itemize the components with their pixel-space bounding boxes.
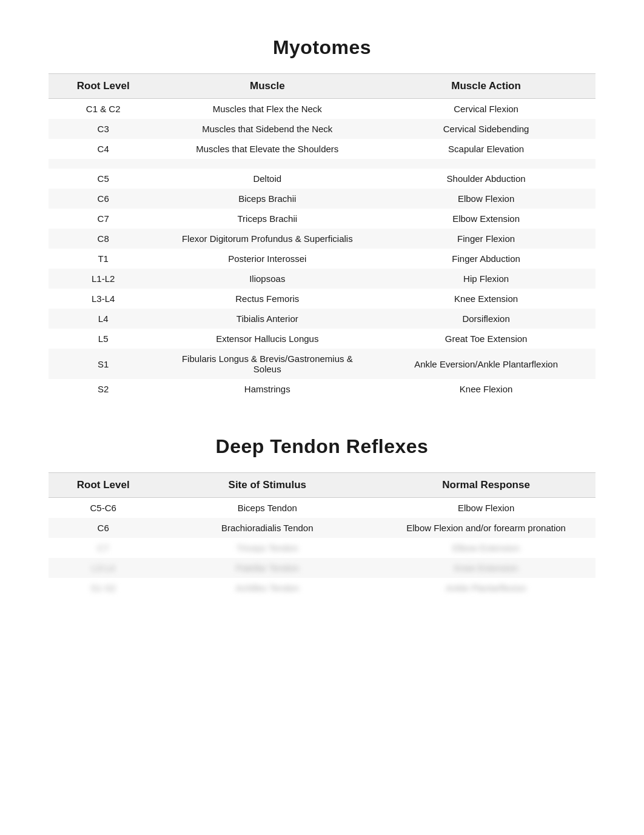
myotomes-row: C1 & C2Muscles that Flex the NeckCervica… <box>49 99 595 119</box>
myotomes-row <box>49 159 595 169</box>
myotomes-row: L3-L4Rectus FemorisKnee Extension <box>49 289 595 309</box>
myotomes-cell-action: Elbow Extension <box>377 209 595 229</box>
myotomes-cell-muscle: Tibialis Anterior <box>158 309 377 329</box>
dtr-col-response: Normal Response <box>377 473 595 498</box>
myotomes-cell-muscle: Muscles that Flex the Neck <box>158 99 377 119</box>
myotomes-cell-root: L4 <box>49 309 158 329</box>
myotomes-row: L1-L2IliopsoasHip Flexion <box>49 269 595 289</box>
myotomes-cell-muscle: Triceps Brachii <box>158 209 377 229</box>
myotomes-cell-muscle: Extensor Hallucis Longus <box>158 329 377 349</box>
myotomes-cell-root: C1 & C2 <box>49 99 158 119</box>
myotomes-cell-action: Great Toe Extension <box>377 329 595 349</box>
dtr-cell-stimulus: Patellar Tendon <box>158 558 377 578</box>
myotomes-cell-action: Finger Flexion <box>377 229 595 249</box>
myotomes-cell-muscle: Muscles that Elevate the Shoulders <box>158 139 377 159</box>
dtr-cell-response: Elbow Extension <box>377 538 595 558</box>
myotomes-cell-muscle: Biceps Brachii <box>158 189 377 209</box>
dtr-cell-response: Elbow Flexion and/or forearm pronation <box>377 518 595 538</box>
myotomes-cell-root: T1 <box>49 249 158 269</box>
dtr-cell-stimulus: Triceps Tendon <box>158 538 377 558</box>
myotomes-cell-action: Cervical Flexion <box>377 99 595 119</box>
myotomes-cell-muscle: Deltoid <box>158 169 377 189</box>
myotomes-row: C8Flexor Digitorum Profundus & Superfici… <box>49 229 595 249</box>
myotomes-row: C3Muscles that Sidebend the NeckCervical… <box>49 119 595 139</box>
myotomes-cell-action: Scapular Elevation <box>377 139 595 159</box>
myotomes-cell-root: C4 <box>49 139 158 159</box>
myotomes-cell-muscle: Posterior Interossei <box>158 249 377 269</box>
dtr-cell-response: Knee Extension <box>377 558 595 578</box>
myotomes-cell-action: Elbow Flexion <box>377 189 595 209</box>
myotomes-cell-muscle: Flexor Digitorum Profundus & Superficial… <box>158 229 377 249</box>
dtr-cell-response: Elbow Flexion <box>377 498 595 518</box>
myotomes-row: L5Extensor Hallucis LongusGreat Toe Exte… <box>49 329 595 349</box>
dtr-cell-stimulus: Brachioradialis Tendon <box>158 518 377 538</box>
myotomes-row: C7Triceps BrachiiElbow Extension <box>49 209 595 229</box>
dtr-cell-root: S1-S2 <box>49 578 158 598</box>
myotomes-col-muscle: Muscle <box>158 74 377 99</box>
myotomes-cell-root: C8 <box>49 229 158 249</box>
myotomes-cell-root: C3 <box>49 119 158 139</box>
dtr-col-root: Root Level <box>49 473 158 498</box>
myotomes-cell-muscle <box>158 159 377 169</box>
dtr-cell-response: Ankle Plantarflexion <box>377 578 595 598</box>
myotomes-cell-muscle: Iliopsoas <box>158 269 377 289</box>
myotomes-cell-muscle: Hamstrings <box>158 379 377 399</box>
myotomes-col-action: Muscle Action <box>377 74 595 99</box>
dtr-cell-root: C5-C6 <box>49 498 158 518</box>
myotomes-cell-action: Knee Flexion <box>377 379 595 399</box>
myotomes-row: C4Muscles that Elevate the ShouldersScap… <box>49 139 595 159</box>
myotomes-cell-muscle: Rectus Femoris <box>158 289 377 309</box>
dtr-cell-stimulus: Biceps Tendon <box>158 498 377 518</box>
myotomes-row: C6Biceps BrachiiElbow Flexion <box>49 189 595 209</box>
dtr-title: Deep Tendon Reflexes <box>49 435 595 458</box>
myotomes-row: C5DeltoidShoulder Abduction <box>49 169 595 189</box>
dtr-cell-root: C7 <box>49 538 158 558</box>
myotomes-cell-action: Hip Flexion <box>377 269 595 289</box>
myotomes-cell-root: S2 <box>49 379 158 399</box>
myotomes-col-root: Root Level <box>49 74 158 99</box>
dtr-cell-root: L3-L4 <box>49 558 158 578</box>
dtr-cell-stimulus: Achilles Tendon <box>158 578 377 598</box>
dtr-row: C7Triceps TendonElbow Extension <box>49 538 595 558</box>
myotomes-row: S2HamstringsKnee Flexion <box>49 379 595 399</box>
myotomes-cell-action: Shoulder Abduction <box>377 169 595 189</box>
myotomes-row: T1Posterior InterosseiFinger Abduction <box>49 249 595 269</box>
myotomes-cell-action: Dorsiflexion <box>377 309 595 329</box>
dtr-table: Root Level Site of Stimulus Normal Respo… <box>49 472 595 598</box>
myotomes-cell-muscle: Fibularis Longus & Brevis/Gastronemius &… <box>158 349 377 379</box>
myotomes-header-row: Root Level Muscle Muscle Action <box>49 74 595 99</box>
myotomes-cell-root: L1-L2 <box>49 269 158 289</box>
myotomes-row: S1Fibularis Longus & Brevis/Gastronemius… <box>49 349 595 379</box>
dtr-cell-root: C6 <box>49 518 158 538</box>
myotomes-cell-action <box>377 159 595 169</box>
myotomes-row: L4Tibialis AnteriorDorsiflexion <box>49 309 595 329</box>
myotomes-cell-root: L5 <box>49 329 158 349</box>
dtr-row: S1-S2Achilles TendonAnkle Plantarflexion <box>49 578 595 598</box>
dtr-col-stimulus: Site of Stimulus <box>158 473 377 498</box>
myotomes-cell-action: Finger Abduction <box>377 249 595 269</box>
dtr-row: L3-L4Patellar TendonKnee Extension <box>49 558 595 578</box>
myotomes-cell-root: S1 <box>49 349 158 379</box>
dtr-header-row: Root Level Site of Stimulus Normal Respo… <box>49 473 595 498</box>
myotomes-cell-action: Cervical Sidebending <box>377 119 595 139</box>
myotomes-cell-root: C6 <box>49 189 158 209</box>
dtr-row: C6Brachioradialis TendonElbow Flexion an… <box>49 518 595 538</box>
myotomes-title: Myotomes <box>49 36 595 59</box>
myotomes-cell-action: Ankle Eversion/Ankle Plantarflexion <box>377 349 595 379</box>
myotomes-table: Root Level Muscle Muscle Action C1 & C2M… <box>49 73 595 399</box>
myotomes-cell-root <box>49 159 158 169</box>
myotomes-cell-action: Knee Extension <box>377 289 595 309</box>
myotomes-cell-muscle: Muscles that Sidebend the Neck <box>158 119 377 139</box>
myotomes-cell-root: L3-L4 <box>49 289 158 309</box>
myotomes-cell-root: C7 <box>49 209 158 229</box>
myotomes-cell-root: C5 <box>49 169 158 189</box>
dtr-row: C5-C6Biceps TendonElbow Flexion <box>49 498 595 518</box>
